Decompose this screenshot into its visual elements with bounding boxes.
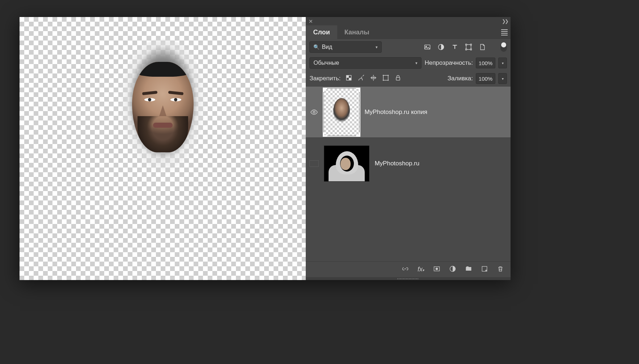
svg-rect-5 — [470, 44, 471, 45]
filter-pixel-icon[interactable] — [424, 43, 431, 51]
workspace: ✕ ❯❯ Слои Каналы 🔍Вид ▾ — [20, 17, 511, 280]
panel-tabs: Слои Каналы — [306, 25, 511, 39]
blend-mode-dropdown[interactable]: Обычные ▾ — [309, 57, 422, 69]
chevron-down-icon: ▾ — [415, 61, 418, 65]
layer-filter-row: 🔍Вид ▾ — [306, 39, 511, 55]
svg-rect-6 — [466, 49, 467, 50]
lock-position-icon[interactable] — [370, 74, 377, 83]
lock-transparent-icon[interactable] — [345, 74, 352, 83]
layer-name[interactable]: MyPhotoshop.ru копия — [364, 109, 427, 116]
panel-topbar: ✕ ❯❯ — [306, 17, 511, 25]
layer-mask-icon[interactable] — [433, 265, 440, 274]
layer-filter-label: Вид — [322, 44, 332, 50]
layer-row[interactable]: MyPhotoshop.ru копия — [306, 86, 511, 137]
lock-fill-row: Закрепить: Заливка: 100% ▾ — [306, 71, 511, 86]
layers-bottom-bar: fx▾ — [306, 261, 511, 277]
layer-filter-dropdown[interactable]: 🔍Вид ▾ — [309, 41, 382, 53]
svg-rect-11 — [383, 75, 388, 80]
close-panel-icon[interactable]: ✕ — [309, 18, 313, 24]
layer-name[interactable]: MyPhotoshop.ru — [374, 160, 419, 167]
document-canvas[interactable] — [20, 17, 306, 280]
filter-adjustment-icon[interactable] — [437, 43, 445, 51]
canvas-artwork — [112, 39, 213, 206]
svg-rect-9 — [346, 75, 349, 78]
panel-menu-icon[interactable] — [501, 28, 508, 37]
tab-layers[interactable]: Слои — [306, 25, 337, 39]
svg-point-15 — [436, 267, 438, 270]
lock-artboard-icon[interactable] — [382, 74, 389, 83]
fill-label: Заливка: — [448, 75, 473, 82]
tab-channels[interactable]: Каналы — [337, 25, 377, 39]
opacity-stepper[interactable]: ▾ — [498, 58, 507, 68]
svg-point-13 — [313, 111, 316, 113]
filter-smartobject-icon[interactable] — [479, 43, 486, 51]
svg-rect-7 — [470, 49, 471, 50]
visibility-toggle-icon[interactable] — [309, 160, 319, 167]
layer-thumbnail[interactable] — [324, 89, 359, 136]
layers-panel: ✕ ❯❯ Слои Каналы 🔍Вид ▾ — [306, 17, 511, 280]
layer-style-icon[interactable]: fx▾ — [418, 266, 424, 273]
lock-image-icon[interactable] — [357, 74, 365, 83]
opacity-value[interactable]: 100% — [476, 58, 495, 68]
panel-resize-grip[interactable] — [306, 277, 511, 280]
layer-thumbnail[interactable] — [324, 145, 369, 182]
new-layer-icon[interactable] — [481, 265, 488, 274]
link-layers-icon[interactable] — [402, 265, 409, 274]
collapse-panel-icon[interactable]: ❯❯ — [502, 18, 508, 24]
blend-opacity-row: Обычные ▾ Непрозрачность: 100% ▾ — [306, 55, 511, 71]
opacity-label: Непрозрачность: — [424, 59, 473, 67]
adjustment-layer-icon[interactable] — [449, 265, 456, 274]
svg-rect-4 — [466, 44, 467, 45]
svg-rect-12 — [396, 77, 400, 80]
filter-type-icon[interactable] — [451, 43, 458, 51]
fill-value[interactable]: 100% — [476, 73, 495, 84]
filter-type-icons — [424, 42, 507, 52]
layer-group-icon[interactable] — [465, 265, 472, 274]
lock-label: Закрепить: — [309, 75, 340, 82]
blend-mode-value: Обычные — [313, 60, 339, 66]
filter-shape-icon[interactable] — [465, 43, 472, 51]
lock-all-icon[interactable] — [394, 74, 402, 83]
fill-stepper[interactable]: ▾ — [498, 73, 507, 84]
chevron-down-icon: ▾ — [376, 45, 378, 50]
svg-rect-10 — [349, 78, 351, 80]
delete-layer-icon[interactable] — [497, 265, 504, 274]
visibility-toggle-icon[interactable] — [309, 108, 319, 116]
layer-row[interactable]: MyPhotoshop.ru — [306, 137, 511, 189]
search-icon: 🔍 — [313, 44, 320, 50]
filter-toggle[interactable] — [500, 42, 507, 52]
layers-list: MyPhotoshop.ru копия MyPhotoshop.ru — [306, 86, 511, 261]
